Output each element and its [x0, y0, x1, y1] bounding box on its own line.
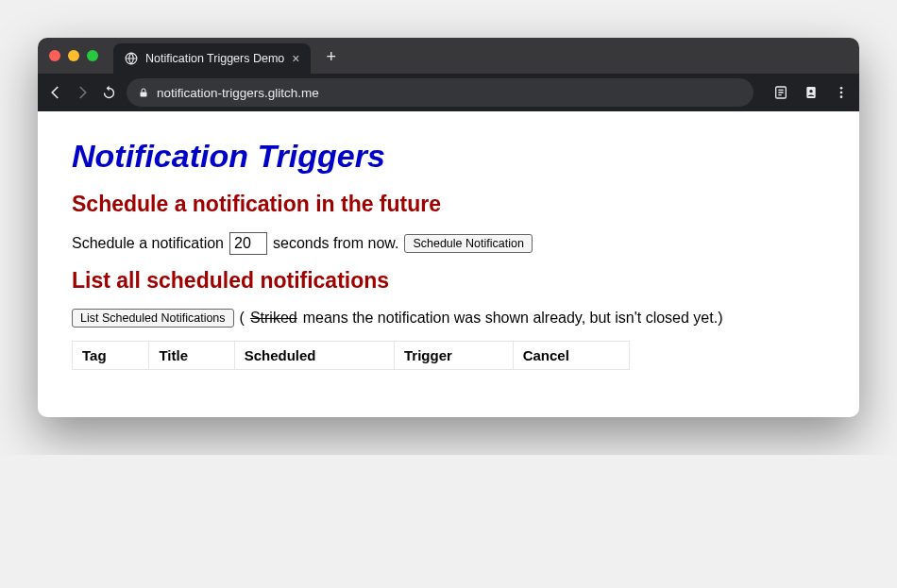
- note-open: (: [240, 310, 245, 327]
- new-tab-button[interactable]: +: [326, 47, 336, 67]
- browser-window: Notification Triggers Demo × + notificat…: [38, 38, 859, 417]
- schedule-suffix: seconds from now.: [273, 235, 398, 252]
- kebab-icon: [834, 85, 849, 100]
- window-controls: [49, 50, 98, 61]
- list-row: List Scheduled Notifications (Striked me…: [72, 309, 825, 328]
- reader-icon: [773, 85, 788, 100]
- forward-button[interactable]: [74, 84, 91, 101]
- page-title: Notification Triggers: [72, 138, 825, 175]
- note-striked: Striked: [250, 310, 297, 327]
- toolbar: notification-triggers.glitch.me: [38, 74, 859, 111]
- list-button[interactable]: List Scheduled Notifications: [72, 309, 234, 328]
- arrow-right-icon: [74, 84, 91, 101]
- schedule-row: Schedule a notification seconds from now…: [72, 232, 825, 255]
- profile-icon: [804, 85, 819, 100]
- close-window-icon[interactable]: [49, 50, 60, 61]
- address-bar[interactable]: notification-triggers.glitch.me: [127, 78, 753, 107]
- page-content: Notification Triggers Schedule a notific…: [38, 111, 859, 417]
- svg-rect-1: [141, 92, 147, 97]
- arrow-left-icon: [47, 84, 64, 101]
- minimize-window-icon[interactable]: [68, 50, 79, 61]
- list-heading: List all scheduled notifications: [72, 268, 825, 294]
- col-title: Title: [149, 342, 234, 370]
- reader-mode-button[interactable]: [772, 84, 789, 101]
- maximize-window-icon[interactable]: [87, 50, 98, 61]
- schedule-button[interactable]: Schedule Notification: [404, 234, 532, 253]
- url-text: notification-triggers.glitch.me: [157, 86, 319, 100]
- back-button[interactable]: [47, 84, 64, 101]
- menu-button[interactable]: [833, 84, 850, 101]
- seconds-input[interactable]: [229, 232, 267, 255]
- close-tab-icon[interactable]: ×: [292, 51, 299, 66]
- table-header-row: Tag Title Scheduled Trigger Cancel: [73, 342, 630, 370]
- schedule-prefix: Schedule a notification: [72, 235, 224, 252]
- lock-icon: [138, 87, 149, 98]
- reload-button[interactable]: [100, 84, 117, 101]
- browser-tab[interactable]: Notification Triggers Demo ×: [113, 43, 311, 74]
- schedule-heading: Schedule a notification in the future: [72, 192, 825, 217]
- tab-title: Notification Triggers Demo: [145, 52, 284, 65]
- titlebar: Notification Triggers Demo × +: [38, 38, 859, 74]
- note-rest: means the notification was shown already…: [303, 310, 723, 327]
- svg-point-7: [840, 95, 843, 98]
- col-cancel: Cancel: [513, 342, 629, 370]
- col-scheduled: Scheduled: [234, 342, 394, 370]
- reload-icon: [101, 85, 117, 101]
- col-trigger: Trigger: [395, 342, 514, 370]
- profile-button[interactable]: [803, 84, 820, 101]
- col-tag: Tag: [73, 342, 149, 370]
- svg-point-5: [840, 87, 843, 90]
- globe-icon: [125, 52, 138, 65]
- toolbar-right: [772, 84, 850, 101]
- svg-point-4: [809, 90, 812, 92]
- notifications-table: Tag Title Scheduled Trigger Cancel: [72, 341, 630, 370]
- svg-point-6: [840, 92, 843, 94]
